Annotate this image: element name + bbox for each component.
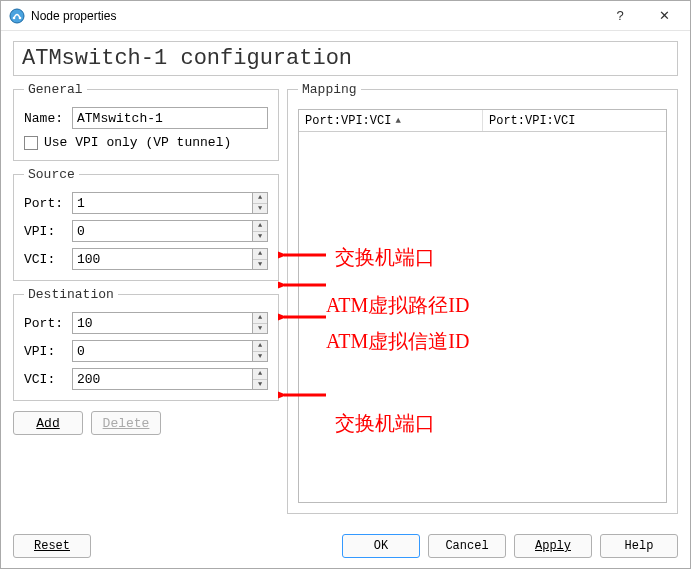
mapping-col1-header[interactable]: Port:VPI:VCI ▲	[299, 110, 483, 131]
app-icon	[9, 8, 25, 24]
destination-group: Destination Port: ▲▼ VPI: ▲▼	[13, 287, 279, 401]
close-button[interactable]: ✕	[642, 2, 686, 30]
destination-port-label: Port:	[24, 316, 72, 331]
chevron-up-icon[interactable]: ▲	[253, 369, 267, 380]
source-vci-input[interactable]	[72, 248, 252, 270]
titlebar: Node properties ? ✕	[1, 1, 690, 31]
window-title: Node properties	[31, 9, 598, 23]
source-legend: Source	[24, 167, 79, 182]
apply-button[interactable]: Apply	[514, 534, 592, 558]
source-port-spinner[interactable]: ▲▼	[252, 192, 268, 214]
chevron-up-icon[interactable]: ▲	[253, 249, 267, 260]
mapping-legend: Mapping	[298, 82, 361, 97]
chevron-up-icon[interactable]: ▲	[253, 221, 267, 232]
page-title: ATMswitch-1 configuration	[13, 41, 678, 76]
destination-vpi-spinner[interactable]: ▲▼	[252, 340, 268, 362]
sort-asc-icon: ▲	[395, 116, 400, 126]
destination-vpi-input[interactable]	[72, 340, 252, 362]
svg-point-2	[19, 16, 22, 19]
chevron-down-icon[interactable]: ▼	[253, 324, 267, 334]
source-group: Source Port: ▲▼ VPI: ▲▼	[13, 167, 279, 281]
window: Node properties ? ✕ ATMswitch-1 configur…	[0, 0, 691, 569]
general-group: General Name: Use VPI only (VP tunnel)	[13, 82, 279, 161]
mapping-col2-header[interactable]: Port:VPI:VCI	[483, 110, 666, 131]
svg-point-0	[10, 9, 24, 23]
destination-port-input[interactable]	[72, 312, 252, 334]
help-button-bottom[interactable]: Help	[600, 534, 678, 558]
chevron-up-icon[interactable]: ▲	[253, 341, 267, 352]
content-area: ATMswitch-1 configuration General Name: …	[1, 31, 690, 528]
chevron-down-icon[interactable]: ▼	[253, 380, 267, 390]
chevron-up-icon[interactable]: ▲	[253, 193, 267, 204]
destination-vci-spinner[interactable]: ▲▼	[252, 368, 268, 390]
mapping-table[interactable]: Port:VPI:VCI ▲ Port:VPI:VCI	[298, 109, 667, 503]
mapping-group: Mapping Port:VPI:VCI ▲ Port:VPI:VCI	[287, 82, 678, 514]
chevron-down-icon[interactable]: ▼	[253, 260, 267, 270]
destination-vci-input[interactable]	[72, 368, 252, 390]
name-input[interactable]	[72, 107, 268, 129]
use-vpi-label: Use VPI only (VP tunnel)	[44, 135, 231, 150]
cancel-button[interactable]: Cancel	[428, 534, 506, 558]
right-column: Mapping Port:VPI:VCI ▲ Port:VPI:VCI	[287, 82, 678, 520]
source-vpi-spinner[interactable]: ▲▼	[252, 220, 268, 242]
chevron-down-icon[interactable]: ▼	[253, 204, 267, 214]
help-button[interactable]: ?	[598, 2, 642, 30]
svg-point-1	[13, 16, 16, 19]
bottom-bar: Reset OK Cancel Apply Help	[1, 528, 690, 568]
general-legend: General	[24, 82, 87, 97]
source-vci-spinner[interactable]: ▲▼	[252, 248, 268, 270]
left-column: General Name: Use VPI only (VP tunnel) S…	[13, 82, 279, 520]
source-vci-label: VCI:	[24, 252, 72, 267]
mapping-header: Port:VPI:VCI ▲ Port:VPI:VCI	[299, 110, 666, 132]
use-vpi-checkbox[interactable]	[24, 136, 38, 150]
chevron-down-icon[interactable]: ▼	[253, 232, 267, 242]
destination-vci-label: VCI:	[24, 372, 72, 387]
source-port-label: Port:	[24, 196, 72, 211]
destination-legend: Destination	[24, 287, 118, 302]
chevron-down-icon[interactable]: ▼	[253, 352, 267, 362]
ok-button[interactable]: OK	[342, 534, 420, 558]
source-vpi-input[interactable]	[72, 220, 252, 242]
mapping-body[interactable]	[299, 132, 666, 502]
destination-vpi-label: VPI:	[24, 344, 72, 359]
reset-button[interactable]: Reset	[13, 534, 91, 558]
chevron-up-icon[interactable]: ▲	[253, 313, 267, 324]
source-port-input[interactable]	[72, 192, 252, 214]
source-vpi-label: VPI:	[24, 224, 72, 239]
destination-port-spinner[interactable]: ▲▼	[252, 312, 268, 334]
delete-button[interactable]: Delete	[91, 411, 161, 435]
add-button[interactable]: Add	[13, 411, 83, 435]
main-row: General Name: Use VPI only (VP tunnel) S…	[13, 82, 678, 520]
name-label: Name:	[24, 111, 72, 126]
